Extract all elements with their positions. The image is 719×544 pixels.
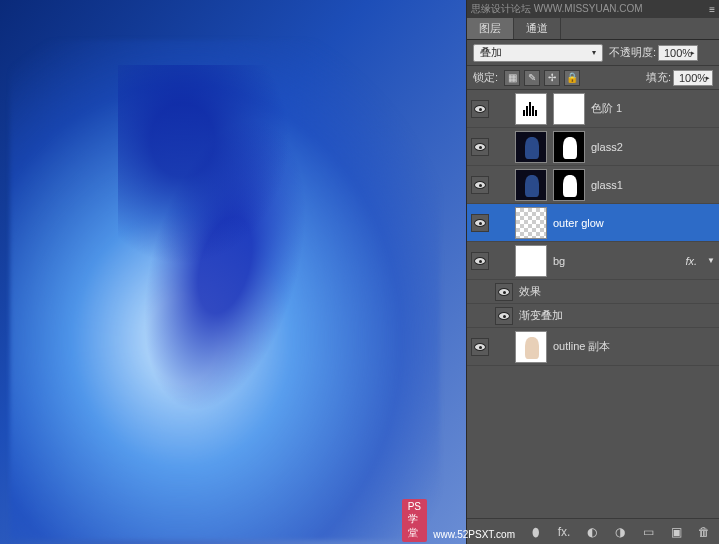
- fx-row-gradient[interactable]: 渐变叠加: [467, 304, 719, 328]
- eye-icon: [474, 343, 486, 351]
- delete-layer-icon[interactable]: 🗑: [695, 523, 713, 541]
- fx-expand-arrow[interactable]: ▼: [707, 256, 715, 265]
- layer-thumbnail[interactable]: [515, 131, 547, 163]
- visibility-toggle[interactable]: [471, 138, 489, 156]
- visibility-toggle[interactable]: [471, 252, 489, 270]
- lock-pixels-button[interactable]: ✎: [524, 70, 540, 86]
- link-layers-icon[interactable]: ⬮: [527, 523, 545, 541]
- opacity-label: 不透明度:: [609, 45, 656, 60]
- visibility-toggle[interactable]: [495, 283, 513, 301]
- layer-thumbnail[interactable]: [515, 169, 547, 201]
- new-layer-icon[interactable]: ▣: [667, 523, 685, 541]
- visibility-toggle[interactable]: [471, 100, 489, 118]
- watermark-badge: PS学堂: [402, 499, 427, 542]
- eye-icon: [474, 105, 486, 113]
- lock-label: 锁定:: [473, 70, 498, 85]
- document-content: [10, 40, 440, 540]
- layers-panel: 思缘设计论坛 WWW.MISSYUAN.COM ≡ 图层 通道 叠加 ▾ 不透明…: [466, 0, 719, 544]
- watermark-url: www.52PSXT.com: [433, 529, 515, 540]
- layer-mask-thumbnail[interactable]: [553, 131, 585, 163]
- lock-transparent-button[interactable]: ▦: [504, 70, 520, 86]
- panel-tabs: 图层 通道: [467, 18, 719, 40]
- canvas-viewport[interactable]: [0, 0, 466, 544]
- layer-name[interactable]: 色阶 1: [591, 101, 715, 116]
- layer-thumbnail[interactable]: [515, 245, 547, 277]
- layer-row-bg[interactable]: bg fx. ▼: [467, 242, 719, 280]
- chevron-right-icon: ▸: [706, 74, 710, 82]
- layer-name[interactable]: bg: [553, 255, 679, 267]
- fx-row-effects[interactable]: 效果: [467, 280, 719, 304]
- layer-row-outerglow[interactable]: outer glow: [467, 204, 719, 242]
- layer-row-levels[interactable]: 色阶 1: [467, 90, 719, 128]
- layer-thumbnail[interactable]: [515, 331, 547, 363]
- tab-layers[interactable]: 图层: [467, 18, 514, 39]
- eye-icon: [498, 312, 510, 320]
- fx-name[interactable]: 渐变叠加: [519, 308, 715, 323]
- visibility-toggle[interactable]: [471, 338, 489, 356]
- blend-mode-value: 叠加: [480, 45, 502, 60]
- eye-icon: [474, 181, 486, 189]
- eye-icon: [474, 257, 486, 265]
- layer-mask-thumbnail[interactable]: [553, 169, 585, 201]
- fill-input[interactable]: 100% ▸: [673, 70, 713, 86]
- lock-all-button[interactable]: 🔒: [564, 70, 580, 86]
- lock-position-button[interactable]: ✢: [544, 70, 560, 86]
- group-button-icon[interactable]: ▭: [639, 523, 657, 541]
- adjustment-button-icon[interactable]: ◑: [611, 523, 629, 541]
- eye-icon: [474, 143, 486, 151]
- fill-label: 填充:: [646, 70, 671, 85]
- eye-icon: [474, 219, 486, 227]
- layer-thumbnail[interactable]: [515, 207, 547, 239]
- fx-label: 效果: [519, 284, 715, 299]
- chevron-down-icon: ▾: [592, 48, 596, 57]
- layer-name[interactable]: glass2: [591, 141, 715, 153]
- source-watermark: 思缘设计论坛 WWW.MISSYUAN.COM: [471, 2, 643, 16]
- layer-row-outline[interactable]: outline 副本: [467, 328, 719, 366]
- layer-name[interactable]: outline 副本: [553, 339, 715, 354]
- adjustment-thumbnail[interactable]: [515, 93, 547, 125]
- visibility-toggle[interactable]: [471, 214, 489, 232]
- tab-channels[interactable]: 通道: [514, 18, 561, 39]
- layer-name[interactable]: glass1: [591, 179, 715, 191]
- panel-title-bar: 思缘设计论坛 WWW.MISSYUAN.COM ≡: [467, 0, 719, 18]
- layer-row-glass2[interactable]: glass2: [467, 128, 719, 166]
- blend-mode-dropdown[interactable]: 叠加 ▾: [473, 44, 603, 62]
- mask-button-icon[interactable]: ◐: [583, 523, 601, 541]
- fx-button-icon[interactable]: fx.: [555, 523, 573, 541]
- layer-list[interactable]: 色阶 1 glass2 glass1: [467, 90, 719, 518]
- opacity-input[interactable]: 100% ▸: [658, 45, 698, 61]
- layer-row-glass1[interactable]: glass1: [467, 166, 719, 204]
- visibility-toggle[interactable]: [471, 176, 489, 194]
- layer-mask-thumbnail[interactable]: [553, 93, 585, 125]
- layer-name[interactable]: outer glow: [553, 217, 715, 229]
- visibility-toggle[interactable]: [495, 307, 513, 325]
- chevron-right-icon: ▸: [691, 49, 695, 57]
- layer-options-bar: 叠加 ▾ 不透明度: 100% ▸: [467, 40, 719, 66]
- panel-menu-icon[interactable]: ≡: [709, 4, 715, 15]
- levels-icon: [521, 102, 541, 116]
- fx-indicator[interactable]: fx.: [685, 255, 697, 267]
- lock-bar: 锁定: ▦ ✎ ✢ 🔒 填充: 100% ▸: [467, 66, 719, 90]
- layer-panel-footer: PS学堂 www.52PSXT.com ⬮ fx. ◐ ◑ ▭ ▣ 🗑: [467, 518, 719, 544]
- eye-icon: [498, 288, 510, 296]
